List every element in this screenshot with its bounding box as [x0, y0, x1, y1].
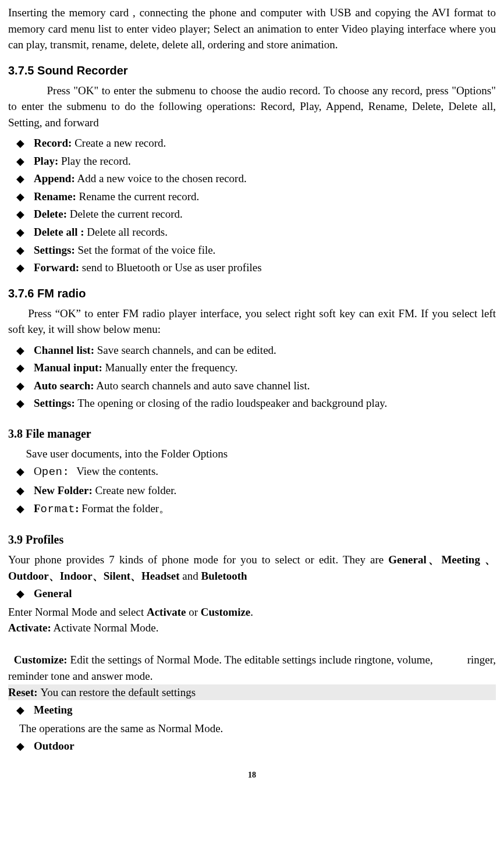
item-label: Delete:	[34, 208, 67, 220]
item-text: send to Bluetooth or Use as user profile…	[79, 261, 261, 274]
general-reset: Reset: You can restore the default setti…	[8, 684, 496, 701]
diamond-icon: ◆	[16, 483, 24, 498]
page-number: 18	[8, 769, 496, 781]
list-item: ◆New Folder: Create new folder.	[8, 482, 496, 499]
diamond-icon: ◆	[16, 136, 24, 151]
item-label: Channel list:	[34, 344, 94, 356]
sound-recorder-intro: Press "OK" to enter the submenu to choos…	[8, 83, 496, 131]
item-label: Delete all :	[34, 226, 84, 238]
diamond-icon: ◆	[16, 586, 24, 601]
diamond-icon: ◆	[16, 154, 24, 169]
item-text: Add a new voice to the chosen record.	[75, 172, 247, 184]
list-item: ◆Append: Add a new voice to the chosen r…	[8, 171, 496, 187]
profiles-outdoor-bullet: ◆Outdoor	[8, 738, 496, 754]
list-item: ◆Forward: send to Bluetooth or Use as us…	[8, 260, 496, 276]
item-text: Delete all records.	[84, 226, 168, 238]
diamond-icon: ◆	[16, 739, 24, 754]
item-text: Delete the current record.	[67, 208, 183, 220]
fm-radio-intro: Press “OK” to enter FM radio player inte…	[8, 306, 496, 338]
list-item: ◆General	[8, 585, 496, 602]
diamond-icon: ◆	[16, 225, 24, 240]
list-item: ◆Channel list: Save search channels, and…	[8, 342, 496, 359]
general-customize: Customize: Edit the settings of Normal M…	[8, 636, 496, 684]
list-item: ◆Manual input: Manually enter the freque…	[8, 360, 496, 376]
list-item: ◆Settings: Set the format of the voice f…	[8, 242, 496, 258]
diamond-icon: ◆	[16, 501, 24, 516]
diamond-icon: ◆	[16, 702, 24, 718]
intro-paragraph: Inserting the memory card , connecting t…	[8, 5, 496, 53]
item-text: The opening or closing of the radio loud…	[75, 397, 388, 409]
profiles-intro: Your phone provides 7 kinds of phone mod…	[8, 552, 496, 584]
general-activate: Activate: Activate Normal Mode.	[8, 620, 496, 636]
item-label: Settings:	[34, 244, 75, 256]
meeting-text: The operations are the same as Normal Mo…	[8, 721, 496, 737]
item-label: Append:	[34, 172, 75, 184]
heading-fm-radio: 3.7.6 FM radio	[8, 285, 496, 302]
list-item: ◆Delete all : Delete all records.	[8, 224, 496, 240]
heading-sound-recorder: 3.7.5 Sound Recorder	[8, 62, 496, 79]
diamond-icon: ◆	[16, 171, 24, 186]
file-manager-list: ◆Open: View the contents. ◆New Folder: C…	[8, 463, 496, 517]
heading-file-manager: 3.8 File manager	[8, 425, 496, 442]
item-label: Manual input:	[34, 361, 102, 374]
diamond-icon: ◆	[16, 243, 24, 258]
diamond-icon: ◆	[16, 260, 24, 275]
item-label: General	[34, 587, 72, 599]
diamond-icon: ◆	[16, 378, 24, 393]
item-text: Auto search channels and auto save chann…	[94, 379, 310, 392]
item-label: Open:	[34, 465, 76, 477]
list-item: ◆Outdoor	[8, 738, 496, 754]
item-text: Set the format of the voice file.	[75, 244, 216, 256]
item-text: Create new folder.	[93, 484, 177, 496]
item-text: Manually enter the frequency.	[102, 361, 237, 374]
diamond-icon: ◆	[16, 396, 24, 411]
item-label: Auto search:	[34, 379, 94, 392]
item-label: Format:	[34, 502, 79, 514]
item-text: Save search channels, and can be edited.	[94, 344, 276, 356]
item-text: Rename the current record.	[76, 190, 200, 203]
list-item: ◆Rename: Rename the current record.	[8, 189, 496, 205]
item-label: Record:	[34, 137, 72, 149]
item-text: Create a new record.	[72, 137, 166, 149]
list-item: ◆Meeting	[8, 702, 496, 718]
item-label: Rename:	[34, 190, 76, 203]
general-line1: Enter Normal Mode and select Activate or…	[8, 604, 496, 620]
sound-recorder-list: ◆Record: Create a new record. ◆Play: Pla…	[8, 135, 496, 275]
item-label: Settings:	[34, 397, 75, 409]
item-label: Outdoor	[34, 740, 74, 752]
list-item: ◆Play: Play the record.	[8, 153, 496, 169]
list-item: ◆Delete: Delete the current record.	[8, 206, 496, 222]
diamond-icon: ◆	[16, 207, 24, 222]
item-text: Play the record.	[58, 155, 131, 167]
item-label: Forward:	[34, 261, 79, 274]
list-item: ◆Settings: The opening or closing of the…	[8, 395, 496, 411]
diamond-icon: ◆	[16, 464, 24, 479]
diamond-icon: ◆	[16, 360, 24, 375]
profiles-meeting-bullet: ◆Meeting	[8, 702, 496, 718]
profiles-general-bullet: ◆General	[8, 585, 496, 602]
item-text: View the contents.	[76, 465, 158, 477]
list-item: ◆Format: Format the folder。	[8, 501, 496, 518]
diamond-icon: ◆	[16, 189, 24, 204]
heading-profiles: 3.9 Profiles	[8, 531, 496, 548]
fm-radio-list: ◆Channel list: Save search channels, and…	[8, 342, 496, 411]
list-item: ◆Auto search: Auto search channels and a…	[8, 378, 496, 394]
item-label: Meeting	[34, 704, 72, 716]
item-text: Format the folder。	[79, 502, 170, 514]
diamond-icon: ◆	[16, 343, 24, 358]
list-item: ◆Open: View the contents.	[8, 463, 496, 481]
list-item: ◆Record: Create a new record.	[8, 135, 496, 151]
file-manager-intro: Save user documents, into the Folder Opt…	[8, 446, 496, 462]
item-label: New Folder:	[34, 484, 93, 496]
item-label: Play:	[34, 155, 58, 167]
